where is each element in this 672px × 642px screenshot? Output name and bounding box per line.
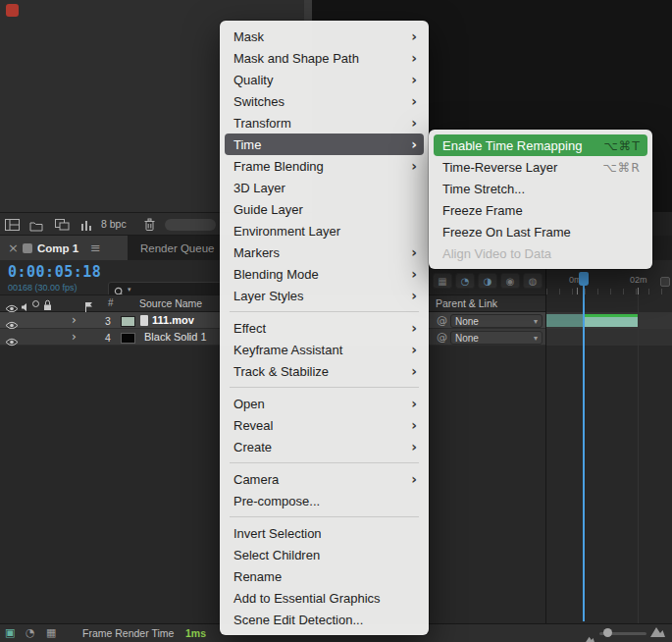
zoom-slider-thumb[interactable] (603, 628, 612, 637)
menu-separator (230, 311, 419, 312)
menu-item-keyframe-assistant[interactable]: Keyframe Assistant› (225, 339, 424, 360)
comp-switch-motion-blur-icon[interactable]: ◑ (478, 273, 497, 289)
dropdown-chevron-icon: ▾ (534, 317, 538, 326)
layer-1-parent-dropdown[interactable]: None ▾ (450, 314, 543, 328)
comp-marker-bin[interactable] (660, 277, 670, 287)
submenu-arrow-icon: › (411, 321, 417, 335)
layer-1-expand-chevron-icon[interactable]: › (72, 313, 77, 327)
ruler-ticks[interactable] (546, 289, 672, 294)
layer-1-duration-bar[interactable] (583, 314, 638, 327)
layer-1-duration-bar-played[interactable] (546, 314, 583, 327)
submenu-item-align-video-to-data: Align Video to Data (434, 242, 647, 264)
menu-item-pre-compose[interactable]: Pre-compose... (225, 490, 424, 511)
zoom-out-mountain-icon[interactable] (585, 629, 595, 642)
playhead-line[interactable] (583, 272, 585, 621)
shortcut-label: ⌥⌘R (602, 160, 641, 175)
menu-item-guide-layer[interactable]: Guide Layer (225, 198, 424, 220)
panel-menu-icon[interactable]: ≡ (90, 241, 101, 255)
submenu-arrow-icon: › (411, 116, 417, 130)
timeline-gridline (638, 294, 639, 623)
menu-item-switches[interactable]: Switches› (225, 90, 424, 112)
after-effects-ui: 8 bpc × Comp 1 ≡ Render Queue 0:00:05:18… (0, 0, 672, 642)
audio-meter-icon[interactable] (80, 217, 92, 235)
menu-item-mask[interactable]: Mask› (225, 26, 424, 47)
submenu-arrow-icon: › (411, 29, 417, 43)
submenu-item-freeze-frame[interactable]: Freeze Frame (434, 199, 647, 221)
submenu-arrow-icon: › (411, 137, 417, 151)
ruler-major-tick-0 (577, 288, 578, 294)
layer-2-name[interactable]: Black Solid 1 (144, 331, 207, 343)
menu-item-mask-and-shape-path[interactable]: Mask and Shape Path› (225, 47, 424, 69)
dropdown-chevron-icon: ▾ (534, 334, 538, 343)
layer-1-pickwhip-icon[interactable]: @ (437, 314, 447, 327)
menu-item-invert-selection[interactable]: Invert Selection (225, 522, 424, 544)
layer-1-parent-value: None (455, 316, 479, 327)
current-timecode[interactable]: 0:00:05:18 (8, 263, 101, 281)
layer-2-expand-chevron-icon[interactable]: › (72, 330, 77, 344)
toggle-modes-icon[interactable]: ◔ (26, 626, 35, 639)
menu-item-markers[interactable]: Markers› (225, 241, 424, 263)
solo-column-icon[interactable] (32, 300, 39, 307)
layer-2-pickwhip-icon[interactable]: @ (437, 331, 447, 344)
menu-item-transform[interactable]: Transform› (225, 112, 424, 134)
menu-item-blending-mode[interactable]: Blending Mode› (225, 263, 424, 285)
comp-switch-graph-editor-icon[interactable]: ◍ (523, 273, 543, 289)
menu-item-time[interactable]: Time› (225, 134, 424, 155)
menu-item-track-stabilize[interactable]: Track & Stabilize› (225, 360, 424, 382)
tab-render-queue-label[interactable]: Render Queue (140, 242, 214, 254)
workspace-icon[interactable] (5, 217, 20, 235)
layer-1-label-chip[interactable] (121, 316, 135, 327)
menu-item-create[interactable]: Create› (225, 436, 424, 457)
tab-close-icon[interactable]: × (8, 241, 19, 255)
timecode-frames-label: 00168 (30.00 fps) (8, 283, 78, 293)
project-bpc-label[interactable]: 8 bpc (101, 218, 127, 230)
menu-item-reveal[interactable]: Reveal› (225, 414, 424, 436)
tab-comp-label[interactable]: Comp 1 (37, 242, 78, 254)
menu-item-select-children[interactable]: Select Children (225, 544, 424, 565)
menu-item-layer-styles[interactable]: Layer Styles› (225, 285, 424, 306)
comp-color-chip (23, 243, 32, 253)
menu-item-3d-layer[interactable]: 3D Layer (225, 177, 424, 198)
menu-item-open[interactable]: Open› (225, 393, 424, 414)
comp-switch-shy-icon[interactable]: ▦ (433, 273, 452, 289)
menu-item-rename[interactable]: Rename (225, 565, 424, 587)
menu-item-add-to-essential-graphics[interactable]: Add to Essential Graphics (225, 587, 424, 609)
folder-icon[interactable] (29, 218, 43, 236)
column-source-name-label[interactable]: Source Name (139, 297, 202, 309)
submenu-arrow-icon: › (411, 472, 417, 486)
footage-preview-icon[interactable] (55, 217, 70, 235)
layer-1-number: 3 (105, 315, 111, 327)
app-icon[interactable] (6, 4, 19, 17)
layer-2-number: 4 (105, 332, 111, 344)
playhead-handle[interactable] (579, 272, 589, 286)
submenu-item-enable-time-remapping[interactable]: Enable Time Remapping⌥⌘T (434, 134, 647, 156)
menu-item-effect[interactable]: Effect› (225, 317, 424, 339)
trash-icon[interactable] (144, 217, 155, 235)
search-options-chevron-icon[interactable]: ▾ (128, 286, 131, 294)
comp-switch-3d-icon[interactable]: ◉ (500, 273, 520, 289)
column-number-label[interactable]: # (108, 297, 114, 308)
menu-separator (230, 462, 419, 463)
menu-item-frame-blending[interactable]: Frame Blending› (225, 155, 424, 177)
layer-row-2-timeline (546, 329, 672, 346)
submenu-item-time-stretch[interactable]: Time Stretch... (434, 178, 647, 199)
column-parent-link-label[interactable]: Parent & Link (436, 297, 497, 309)
zoom-in-mountain-icon[interactable] (649, 624, 666, 642)
menu-item-camera[interactable]: Camera› (225, 468, 424, 490)
submenu-arrow-icon: › (411, 267, 417, 281)
toolbar-pill[interactable] (165, 219, 216, 231)
menu-item-environment-layer[interactable]: Environment Layer (225, 220, 424, 241)
submenu-item-freeze-on-last-frame[interactable]: Freeze On Last Frame (434, 221, 647, 242)
toggle-switches-icon[interactable]: ▣ (5, 626, 15, 639)
toggle-inout-icon[interactable]: ▦ (46, 626, 56, 639)
menu-item-quality[interactable]: Quality› (225, 69, 424, 90)
layer-2-eye-icon[interactable] (5, 333, 19, 350)
layer-1-name[interactable]: 111.mov (152, 314, 194, 326)
submenu-item-time-reverse-layer[interactable]: Time-Reverse Layer⌥⌘R (434, 156, 647, 178)
submenu-arrow-icon: › (411, 51, 417, 65)
comp-switch-frame-blending-icon[interactable]: ◔ (455, 273, 475, 289)
layer-2-parent-dropdown[interactable]: None ▾ (450, 331, 543, 345)
submenu-arrow-icon: › (411, 94, 417, 108)
menu-item-scene-edit-detection[interactable]: Scene Edit Detection... (225, 609, 424, 630)
layer-2-label-chip[interactable] (121, 333, 135, 344)
